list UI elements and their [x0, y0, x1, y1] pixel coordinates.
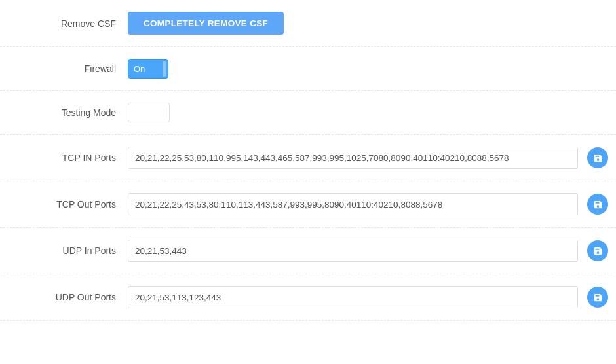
- tcp-in-input[interactable]: [128, 147, 578, 169]
- save-tcp-in-button[interactable]: [587, 147, 608, 168]
- firewall-toggle-label: On: [134, 64, 145, 74]
- label-remove-csf: Remove CSF: [0, 18, 128, 29]
- udp-in-input[interactable]: [128, 240, 578, 262]
- save-icon: [593, 153, 603, 163]
- label-tcp-in: TCP IN Ports: [0, 153, 128, 163]
- completely-remove-csf-button[interactable]: COMPLETELY REMOVE CSF: [128, 12, 284, 35]
- save-icon: [593, 293, 603, 302]
- row-udp-out: UDP Out Ports: [0, 274, 616, 321]
- row-firewall: Firewall On: [0, 47, 616, 91]
- row-testing-mode: Testing Mode: [0, 91, 616, 135]
- udp-out-input[interactable]: [128, 286, 578, 308]
- label-udp-out: UDP Out Ports: [0, 292, 128, 302]
- save-icon: [593, 200, 603, 209]
- label-firewall: Firewall: [0, 64, 128, 74]
- row-udp-in: UDP In Ports: [0, 228, 616, 274]
- save-tcp-out-button[interactable]: [587, 194, 608, 215]
- row-tcp-out: TCP Out Ports: [0, 181, 616, 228]
- toggle-knob: [163, 61, 166, 77]
- row-remove-csf: Remove CSF COMPLETELY REMOVE CSF: [0, 0, 616, 47]
- tcp-out-input[interactable]: [128, 193, 578, 215]
- label-testing-mode: Testing Mode: [0, 107, 128, 118]
- save-udp-in-button[interactable]: [587, 240, 608, 261]
- label-tcp-out: TCP Out Ports: [0, 199, 128, 209]
- row-tcp-in: TCP IN Ports: [0, 135, 616, 181]
- label-udp-in: UDP In Ports: [0, 246, 128, 256]
- save-icon: [593, 246, 603, 256]
- firewall-toggle[interactable]: On: [128, 59, 168, 79]
- testing-mode-select[interactable]: [128, 103, 170, 122]
- save-udp-out-button[interactable]: [587, 287, 608, 308]
